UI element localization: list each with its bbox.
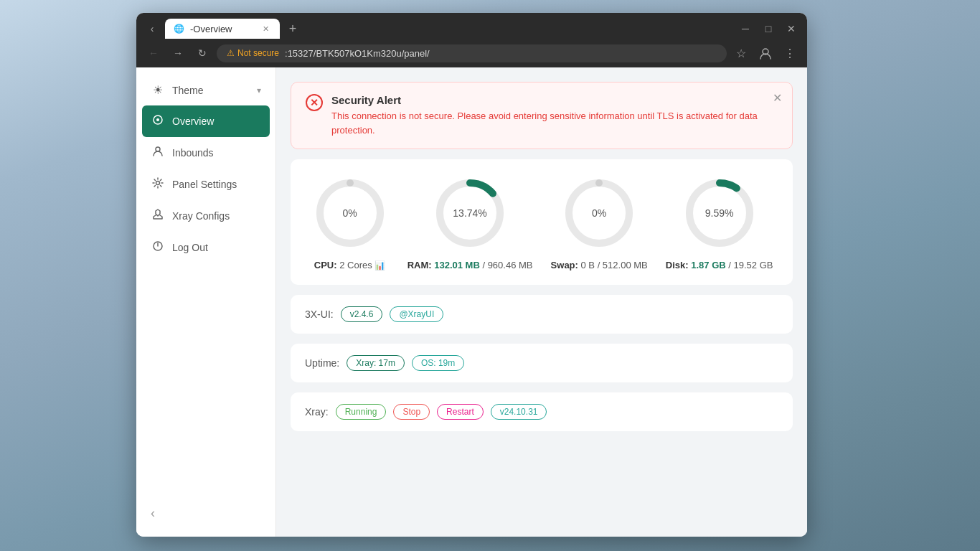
warning-icon: ⚠ — [227, 48, 235, 58]
xray-status-card: Xray: Running Stop Restart v24.10.31 — [291, 392, 793, 431]
swap-percent: 0% — [592, 207, 606, 219]
browser-window: ‹ 🌐 -Overview ✕ + ─ □ ✕ ← → ↻ ⚠ Not secu… — [136, 13, 807, 537]
version-info-card: 3X-UI: v2.4.6 @XrayUI — [291, 295, 793, 334]
xray-version-badge: v24.10.31 — [491, 404, 547, 420]
tab-bar: ‹ 🌐 -Overview ✕ + ─ □ ✕ — [136, 13, 807, 39]
security-alert: ✕ Security Alert This connection is not … — [291, 82, 793, 149]
maximize-button[interactable]: □ — [758, 19, 778, 39]
logout-icon — [151, 240, 165, 255]
inbounds-label: Inbounds — [172, 147, 214, 159]
collapse-icon: ‹ — [151, 506, 155, 521]
menu-button[interactable]: ⋮ — [780, 43, 800, 63]
sidebar-item-overview[interactable]: Overview — [142, 105, 270, 137]
logout-label: Log Out — [172, 242, 208, 253]
panel-settings-label: Panel Settings — [172, 179, 237, 190]
bookmark-button[interactable]: ☆ — [731, 43, 751, 63]
tab-close-button[interactable]: ✕ — [260, 23, 271, 34]
chevron-down-icon: ▾ — [257, 85, 261, 95]
xray-stop-button[interactable]: Stop — [393, 404, 430, 420]
cpu-donut: 0% — [311, 174, 390, 253]
xrayui-badge: @XrayUI — [390, 306, 443, 322]
address-bar[interactable]: ⚠ Not secure :15327/BTK507kO1Km320u/pane… — [217, 44, 727, 62]
disk-donut: 9.59% — [680, 174, 759, 253]
uptime-info-card: Uptime: Xray: 17m OS: 19m — [291, 344, 793, 382]
ram-percent: 13.74% — [453, 207, 486, 219]
xray-restart-button[interactable]: Restart — [437, 404, 484, 420]
swap-donut: 0% — [560, 174, 639, 253]
profile-button[interactable] — [755, 43, 776, 63]
sidebar-item-inbounds[interactable]: Inbounds — [136, 137, 275, 169]
browser-chrome: ‹ 🌐 -Overview ✕ + ─ □ ✕ ← → ↻ ⚠ Not secu… — [136, 13, 807, 67]
cpu-stat: 0% CPU: 2 Cores 📊 — [311, 174, 390, 270]
os-uptime-badge: OS: 19m — [412, 355, 464, 371]
swap-stat: 0% Swap: 0 B / 512.00 MB — [551, 174, 648, 270]
sidebar-collapse-button[interactable]: ‹ — [136, 497, 275, 529]
close-button[interactable]: ✕ — [781, 19, 801, 39]
version-label: 3X-UI: — [305, 309, 334, 320]
tab-title: -Overview — [190, 24, 232, 34]
sidebar-item-theme[interactable]: ☀ Theme ▾ — [136, 75, 275, 105]
uptime-label: Uptime: — [305, 357, 339, 369]
forward-button[interactable]: → — [168, 43, 188, 63]
sidebar-item-panel-settings[interactable]: Panel Settings — [136, 169, 275, 200]
tab-back-btn[interactable]: ‹ — [142, 19, 162, 39]
alert-error-icon: ✕ — [306, 94, 323, 111]
not-secure-indicator: ⚠ Not secure — [227, 48, 279, 58]
alert-close-button[interactable]: ✕ — [773, 91, 782, 105]
disk-label: Disk: 1.87 GB / 19.52 GB — [666, 260, 773, 270]
xray-running-badge: Running — [336, 404, 387, 420]
theme-icon: ☀ — [151, 83, 165, 97]
svg-point-2 — [156, 118, 159, 121]
back-button[interactable]: ← — [143, 43, 164, 63]
xray-uptime-badge: Xray: 17m — [347, 355, 405, 371]
theme-label: Theme — [172, 85, 204, 96]
cpu-label: CPU: 2 Cores 📊 — [314, 260, 386, 270]
sidebar-item-logout[interactable]: Log Out — [136, 232, 275, 263]
overview-label: Overview — [172, 116, 214, 127]
minimize-button[interactable]: ─ — [735, 19, 755, 39]
xray-configs-label: Xray Configs — [172, 210, 230, 222]
version-badge: v2.4.6 — [341, 306, 383, 322]
overview-icon — [151, 114, 165, 128]
sidebar: ☀ Theme ▾ Overview — [136, 67, 276, 537]
svg-point-3 — [156, 147, 160, 151]
swap-label: Swap: 0 B / 512.00 MB — [551, 260, 648, 270]
ram-label: RAM: 132.01 MB / 960.46 MB — [407, 260, 533, 270]
url-display: :15327/BTK507kO1Km320u/panel/ — [285, 48, 717, 59]
ram-stat: 13.74% RAM: 132.01 MB / 960.46 MB — [407, 174, 533, 270]
browser-toolbar: ← → ↻ ⚠ Not secure :15327/BTK507kO1Km320… — [136, 39, 807, 67]
disk-stat: 9.59% Disk: 1.87 GB / 19.52 GB — [666, 174, 773, 270]
alert-content: Security Alert This connection is not se… — [331, 94, 778, 137]
xray-configs-icon — [151, 209, 165, 223]
active-tab[interactable]: 🌐 -Overview ✕ — [165, 19, 280, 39]
xray-label: Xray: — [305, 406, 329, 418]
alert-title: Security Alert — [331, 94, 778, 106]
disk-percent: 9.59% — [705, 207, 734, 219]
reload-button[interactable]: ↻ — [192, 43, 212, 63]
new-tab-button[interactable]: + — [283, 19, 303, 39]
stats-card: 0% CPU: 2 Cores 📊 13.74% — [291, 159, 793, 285]
browser-content: ☀ Theme ▾ Overview — [136, 67, 807, 537]
sidebar-item-xray-configs[interactable]: Xray Configs — [136, 200, 275, 232]
tab-favicon: 🌐 — [174, 24, 184, 34]
alert-message: This connection is not secure. Please av… — [331, 109, 778, 137]
ram-donut: 13.74% — [430, 174, 509, 253]
main-content: ✕ Security Alert This connection is not … — [276, 67, 807, 537]
panel-settings-icon — [151, 177, 165, 192]
inbounds-icon — [151, 146, 165, 160]
cpu-percent: 0% — [342, 207, 357, 219]
svg-point-4 — [156, 182, 160, 185]
